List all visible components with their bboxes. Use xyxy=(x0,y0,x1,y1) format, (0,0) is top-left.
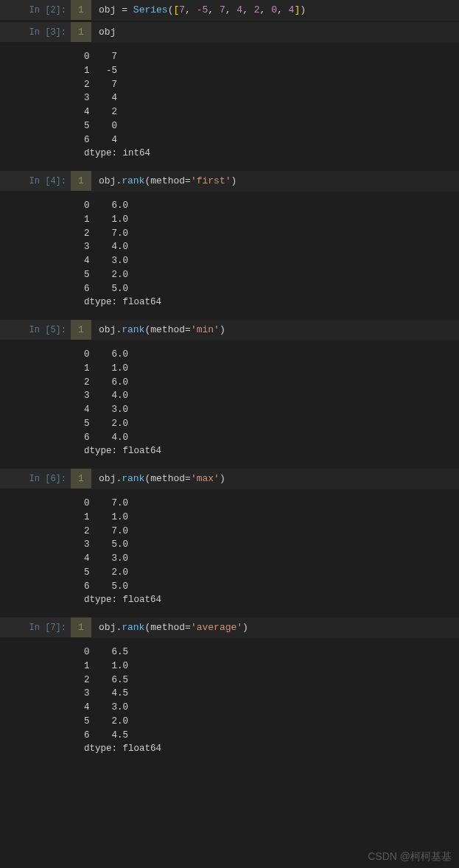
input-cell: In [4]:1obj.rank(method='first') xyxy=(0,171,459,192)
code-token: = xyxy=(185,175,191,186)
output-cell: 0 6.5 1 1.0 2 6.5 3 4.5 4 3.0 5 2.0 6 4.… xyxy=(0,640,459,765)
output-cell: 0 6.0 1 1.0 2 6.0 3 4.0 4 3.0 5 2.0 6 4.… xyxy=(0,342,459,467)
code-input[interactable]: obj.rank(method='max') xyxy=(91,469,459,489)
output-spacer xyxy=(0,193,66,318)
input-cell: In [3]:1obj xyxy=(0,22,459,43)
prompt-area: In [5]: xyxy=(0,320,71,340)
line-number: 1 xyxy=(71,171,91,191)
code-token: , xyxy=(277,4,289,15)
code-token: rank xyxy=(122,473,144,484)
prompt-label: In [2]: xyxy=(29,5,66,15)
code-token: obj xyxy=(99,622,116,633)
output-text: 0 7 1 -5 2 7 3 4 4 2 5 0 6 4 dtype: int6… xyxy=(66,44,459,169)
code-input[interactable]: obj.rank(method='min') xyxy=(91,320,459,340)
code-token: 2 xyxy=(254,4,260,15)
code-token: method xyxy=(150,324,185,335)
prompt-area: In [3]: xyxy=(0,22,71,42)
output-cell: 0 7.0 1 1.0 2 7.0 3 5.0 4 3.0 5 2.0 6 5.… xyxy=(0,491,459,616)
prompt-label: In [3]: xyxy=(29,27,66,38)
output-text: 0 7.0 1 1.0 2 7.0 3 5.0 4 3.0 5 2.0 6 5.… xyxy=(66,491,459,616)
input-cell: In [5]:1obj.rank(method='min') xyxy=(0,320,459,340)
prompt-area: In [6]: xyxy=(0,469,71,489)
code-token: obj xyxy=(99,324,116,335)
code-token: obj xyxy=(99,473,116,484)
code-token: method xyxy=(150,175,185,186)
code-token: obj xyxy=(99,175,116,186)
code-token: 0 xyxy=(271,4,277,15)
code-token: ) xyxy=(220,473,225,484)
code-token: ) xyxy=(242,622,248,633)
code-token: obj xyxy=(99,27,116,38)
line-number: 1 xyxy=(71,469,91,489)
code-token: = xyxy=(185,622,191,633)
code-token: Series xyxy=(133,4,168,15)
code-token: -5 xyxy=(197,4,209,15)
code-token: method xyxy=(150,622,185,633)
code-token: 7 xyxy=(179,4,185,15)
code-token: 7 xyxy=(220,4,225,15)
output-text: 0 6.5 1 1.0 2 6.5 3 4.5 4 3.0 5 2.0 6 4.… xyxy=(66,640,459,765)
prompt-label: In [6]: xyxy=(29,474,66,484)
code-token: = xyxy=(122,4,133,15)
code-token: , xyxy=(225,4,237,15)
code-token: rank xyxy=(122,175,144,186)
prompt-area: In [7]: xyxy=(0,617,71,637)
input-cell: In [6]:1obj.rank(method='max') xyxy=(0,469,459,489)
prompt-area: In [4]: xyxy=(0,171,71,191)
code-token: rank xyxy=(122,324,144,335)
line-number: 1 xyxy=(71,0,91,20)
code-token: obj xyxy=(99,4,122,15)
output-spacer xyxy=(0,491,66,616)
code-token: 'max' xyxy=(191,473,220,484)
code-token: , xyxy=(242,4,254,15)
code-token: 'average' xyxy=(191,622,242,633)
code-token: 4 xyxy=(236,4,242,15)
code-input[interactable]: obj xyxy=(91,22,459,43)
code-token: ) xyxy=(231,175,236,186)
prompt-label: In [7]: xyxy=(29,623,66,633)
output-cell: 0 6.0 1 1.0 2 7.0 3 4.0 4 3.0 5 2.0 6 5.… xyxy=(0,193,459,318)
line-number: 1 xyxy=(71,320,91,340)
output-text: 0 6.0 1 1.0 2 7.0 3 4.0 4 3.0 5 2.0 6 5.… xyxy=(66,193,459,318)
code-input[interactable]: obj.rank(method='average') xyxy=(91,617,459,638)
prompt-label: In [4]: xyxy=(29,176,66,186)
prompt-area: In [2]: xyxy=(0,0,71,20)
code-input[interactable]: obj.rank(method='first') xyxy=(91,171,459,192)
code-token: , xyxy=(208,4,220,15)
input-cell: In [7]:1obj.rank(method='average') xyxy=(0,617,459,638)
input-cell: In [2]:1obj = Series([7, -5, 7, 4, 2, 0,… xyxy=(0,0,459,21)
code-token: 'first' xyxy=(191,175,231,186)
notebook: In [2]:1obj = Series([7, -5, 7, 4, 2, 0,… xyxy=(0,0,459,765)
code-input[interactable]: obj = Series([7, -5, 7, 4, 2, 0, 4]) xyxy=(91,0,459,21)
code-token: , xyxy=(185,4,197,15)
code-token: = xyxy=(185,473,191,484)
code-token: ) xyxy=(220,324,225,335)
output-cell: 0 7 1 -5 2 7 3 4 4 2 5 0 6 4 dtype: int6… xyxy=(0,44,459,169)
code-token: rank xyxy=(122,622,144,633)
output-spacer xyxy=(0,342,66,467)
code-token: ) xyxy=(300,4,306,15)
code-token: method xyxy=(150,473,185,484)
line-number: 1 xyxy=(71,617,91,637)
output-spacer xyxy=(0,44,66,169)
output-text: 0 6.0 1 1.0 2 6.0 3 4.0 4 3.0 5 2.0 6 4.… xyxy=(66,342,459,467)
code-token: = xyxy=(185,324,191,335)
code-token: 'min' xyxy=(191,324,220,335)
code-token: , xyxy=(260,4,272,15)
output-spacer xyxy=(0,640,66,765)
line-number: 1 xyxy=(71,22,91,42)
prompt-label: In [5]: xyxy=(29,325,66,335)
